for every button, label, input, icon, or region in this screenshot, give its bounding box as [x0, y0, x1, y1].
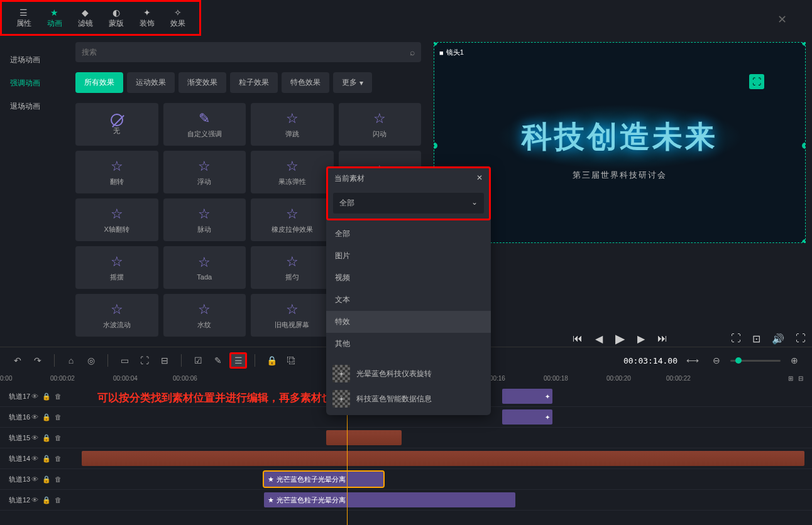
- close-icon[interactable]: ✕: [476, 173, 483, 184]
- handle-br[interactable]: [802, 239, 806, 243]
- sidebar-item-enter[interactable]: 进场动画: [6, 48, 69, 72]
- effect-ripple[interactable]: ☆水纹: [163, 294, 246, 337]
- visibility-icon[interactable]: 👁: [31, 455, 38, 463]
- lock-icon[interactable]: 🔒: [42, 434, 51, 442]
- effect-none[interactable]: 无: [75, 103, 158, 146]
- handle-r[interactable]: [802, 143, 806, 149]
- zoom-out-icon[interactable]: ⊖: [708, 352, 725, 369]
- sidebar-item-exit[interactable]: 退场动画: [6, 95, 69, 118]
- edit-icon[interactable]: ✎: [209, 352, 227, 369]
- effect-oldtv[interactable]: ☆旧电视屏幕: [251, 294, 334, 337]
- lock-icon[interactable]: 🔒: [42, 496, 51, 504]
- tab-effect[interactable]: ✧效果: [162, 6, 193, 30]
- popup-option-fx[interactable]: 特效: [326, 311, 491, 333]
- effect-shake[interactable]: ☆摇匀: [251, 246, 334, 289]
- track-content[interactable]: [82, 448, 812, 468]
- zoom-thumb[interactable]: [735, 357, 742, 364]
- effect-pulse[interactable]: ☆脉动: [163, 198, 246, 241]
- close-icon[interactable]: ✕: [777, 13, 787, 26]
- visibility-icon[interactable]: 👁: [31, 475, 38, 484]
- delete-icon[interactable]: 🗑: [55, 496, 62, 504]
- popup-option-all[interactable]: 全部: [326, 223, 491, 245]
- visibility-icon[interactable]: 👁: [31, 392, 38, 401]
- popup-option-video[interactable]: 视频: [326, 267, 491, 289]
- delete-icon[interactable]: 🗑: [55, 392, 62, 401]
- visibility-icon[interactable]: 👁: [31, 434, 38, 442]
- filter-particle[interactable]: 粒子效果: [230, 72, 278, 93]
- crop-icon[interactable]: ⛶: [749, 74, 764, 89]
- filter-all[interactable]: 所有效果: [75, 72, 123, 93]
- clip[interactable]: ★光芒蓝色粒子光晕分离: [264, 492, 515, 507]
- effect-flip[interactable]: ☆翻转: [75, 151, 158, 193]
- search-box[interactable]: ⌕: [75, 42, 421, 62]
- effect-flash[interactable]: ☆闪动: [339, 103, 422, 146]
- effect-xflip[interactable]: ☆X轴翻转: [75, 198, 158, 241]
- popup-option-image[interactable]: 图片: [326, 245, 491, 267]
- fullscreen-icon[interactable]: ⛶: [796, 333, 806, 345]
- effect-float[interactable]: ☆浮动: [163, 151, 246, 193]
- audio-clip[interactable]: [326, 430, 402, 445]
- visibility-icon[interactable]: 👁: [31, 496, 38, 504]
- prev-frame-icon[interactable]: ◀: [595, 333, 603, 345]
- undo-icon[interactable]: ↶: [9, 352, 26, 369]
- zoom-track[interactable]: [730, 360, 781, 362]
- search-input[interactable]: [82, 48, 410, 57]
- search-icon[interactable]: ⌕: [410, 47, 415, 57]
- redo-icon[interactable]: ↷: [29, 352, 47, 369]
- select-icon[interactable]: ▭: [116, 352, 133, 369]
- next-frame-icon[interactable]: ▶: [637, 333, 645, 345]
- effect-wave[interactable]: ☆水波流动: [75, 294, 158, 337]
- popup-option-text[interactable]: 文本: [326, 289, 491, 311]
- copy-icon[interactable]: ⿻: [283, 352, 300, 369]
- audio-clip[interactable]: [82, 451, 804, 466]
- track-content[interactable]: ★光芒蓝色粒子光晕分离: [82, 469, 812, 489]
- lock-icon[interactable]: 🔒: [42, 413, 51, 421]
- check-icon[interactable]: ☑: [189, 352, 207, 369]
- ruler-tool-icon[interactable]: ⊞: [788, 375, 793, 382]
- effect-rubber[interactable]: ☆橡皮拉伸效果: [251, 198, 334, 241]
- volume-icon[interactable]: 🔊: [772, 333, 784, 345]
- handle-tl[interactable]: [434, 42, 437, 46]
- tab-mask[interactable]: ◐蒙版: [101, 6, 131, 30]
- target-icon[interactable]: ◎: [82, 352, 100, 369]
- track-content[interactable]: [82, 428, 812, 448]
- effect-tada[interactable]: ☆Tada: [163, 246, 246, 289]
- tab-animation[interactable]: ★动画: [39, 6, 70, 30]
- popup-option-other[interactable]: 其他: [326, 333, 491, 355]
- delete-icon[interactable]: 🗑: [55, 434, 62, 442]
- lock-icon[interactable]: 🔒: [263, 352, 280, 369]
- screenshot-icon[interactable]: ⛶: [731, 333, 741, 345]
- split-icon[interactable]: ⊟: [156, 352, 173, 369]
- lock-icon[interactable]: 🔒: [42, 455, 51, 463]
- effect-bounce[interactable]: ☆弹跳: [251, 103, 334, 146]
- tab-properties[interactable]: ☰属性: [8, 6, 39, 30]
- play-icon[interactable]: ▶: [615, 331, 625, 346]
- asset-item[interactable]: ✦光晕蓝色科技仪表旋转: [332, 361, 485, 386]
- ruler-tool-icon[interactable]: ⊟: [798, 375, 803, 382]
- handle-tr[interactable]: [802, 42, 806, 46]
- clip[interactable]: ✦: [502, 389, 552, 404]
- effect-custom[interactable]: ✎自定义强调: [163, 103, 246, 146]
- popup-select[interactable]: 全部⌄: [333, 193, 484, 214]
- crop-icon[interactable]: ⛶: [136, 352, 153, 369]
- visibility-icon[interactable]: 👁: [31, 413, 38, 421]
- zoom-in-icon[interactable]: ⊕: [786, 352, 803, 369]
- delete-icon[interactable]: 🗑: [55, 455, 62, 463]
- fit-icon[interactable]: ⟷: [684, 352, 701, 369]
- filter-special[interactable]: 特色效果: [282, 72, 329, 93]
- track-content[interactable]: ★光芒蓝色粒子光晕分离: [82, 490, 812, 510]
- clip[interactable]: ★光芒蓝色粒子光晕分离: [264, 472, 383, 487]
- skip-start-icon[interactable]: ⏮: [573, 333, 583, 344]
- filter-more[interactable]: 更多▾: [333, 72, 372, 93]
- skip-end-icon[interactable]: ⏭: [657, 333, 667, 344]
- clip[interactable]: ✦: [502, 409, 552, 425]
- sidebar-item-emphasis[interactable]: 强调动画: [6, 72, 69, 95]
- filter-gradient[interactable]: 渐变效果: [178, 72, 226, 93]
- home-icon[interactable]: ⌂: [62, 352, 80, 369]
- layers-icon[interactable]: ☰: [229, 352, 247, 369]
- effect-jelly[interactable]: ☆果冻弹性: [251, 151, 334, 193]
- filter-motion[interactable]: 运动效果: [127, 72, 175, 93]
- effect-swing[interactable]: ☆摇摆: [75, 246, 158, 289]
- tab-decor[interactable]: ✦装饰: [131, 6, 162, 30]
- asset-item[interactable]: ✦科技蓝色智能数据信息: [332, 386, 485, 411]
